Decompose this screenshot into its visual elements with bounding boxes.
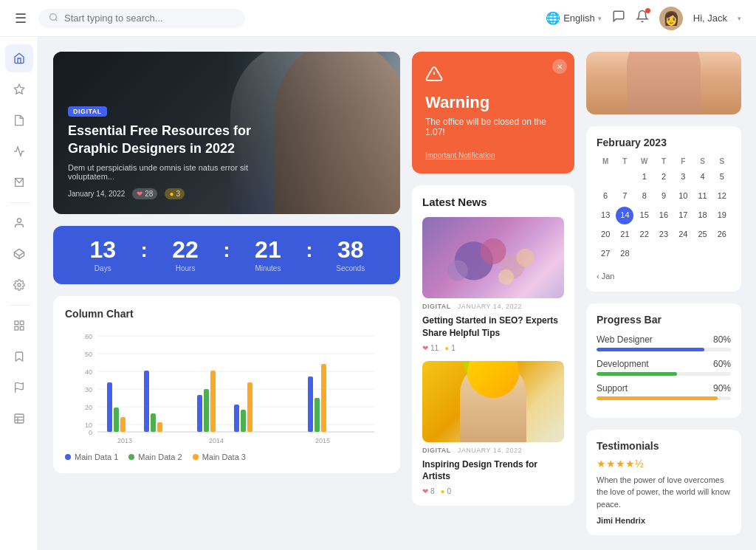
svg-rect-8 xyxy=(20,321,24,325)
sidebar-item-flag[interactable] xyxy=(5,374,33,402)
cal-day-10[interactable]: 10 xyxy=(674,188,692,205)
svg-rect-37 xyxy=(204,389,209,432)
cal-day-4[interactable]: 4 xyxy=(694,168,712,186)
cal-day-27[interactable]: 27 xyxy=(597,245,614,263)
sidebar-item-documents[interactable] xyxy=(5,106,33,134)
cal-day-8[interactable]: 8 xyxy=(636,188,653,205)
svg-point-3 xyxy=(17,219,21,222)
sidebar-item-home[interactable] xyxy=(5,44,33,72)
cal-day-3[interactable]: 3 xyxy=(674,168,692,186)
hero-tag: DIGITAL xyxy=(68,106,107,117)
cal-day-18[interactable]: 18 xyxy=(694,207,712,224)
cal-day-23[interactable]: 23 xyxy=(655,226,673,244)
cal-day-15[interactable]: 15 xyxy=(636,207,653,224)
cal-day-28[interactable]: 28 xyxy=(616,245,633,263)
cal-day-6[interactable]: 6 xyxy=(597,188,614,205)
cal-day-1[interactable]: 1 xyxy=(636,168,653,186)
user-greeting[interactable]: Hi, Jack xyxy=(693,13,727,24)
cal-day-empty-6 xyxy=(694,245,712,263)
svg-rect-33 xyxy=(144,371,149,432)
language-selector[interactable]: 🌐 English ▾ xyxy=(546,11,602,25)
sidebar-item-users[interactable] xyxy=(5,209,33,237)
svg-point-54 xyxy=(447,260,468,281)
latest-news-title: Latest News xyxy=(422,196,564,208)
countdown-card: 13 Days : 22 Hours : 21 Minutes : 38 Sec… xyxy=(53,226,400,284)
notifications-icon[interactable] xyxy=(636,10,649,27)
cal-day-22[interactable]: 22 xyxy=(636,226,653,244)
calendar-prev-button[interactable]: ‹ Jan xyxy=(597,272,614,281)
progress-development-label: Development xyxy=(597,359,649,369)
hero-coins: ● 3 xyxy=(165,188,185,199)
sidebar-item-grid[interactable] xyxy=(5,312,33,340)
sidebar-item-starred[interactable] xyxy=(5,75,33,103)
countdown-minutes: 21 Minutes xyxy=(233,238,303,272)
messages-icon[interactable] xyxy=(612,10,625,27)
progress-web-designer-row: Web Designer 80% xyxy=(597,334,731,345)
countdown-sep-3: : xyxy=(303,238,315,262)
cal-day-empty-7 xyxy=(713,245,731,263)
svg-point-0 xyxy=(50,13,57,20)
svg-rect-44 xyxy=(321,364,326,432)
testimonial-author: Jimi Hendrix xyxy=(597,516,731,525)
sidebar-item-bookmarks[interactable] xyxy=(5,343,33,371)
cal-header-M: M xyxy=(597,156,614,167)
cal-day-13[interactable]: 13 xyxy=(597,207,614,224)
cal-day-24[interactable]: 24 xyxy=(674,226,692,244)
warning-close-button[interactable]: ✕ xyxy=(552,59,567,74)
news-item-2[interactable]: DIGITAL January 14, 2022 Inspiring Desig… xyxy=(422,361,564,496)
news-item-1[interactable]: DIGITAL January 14, 2022 Getting Started… xyxy=(422,217,564,352)
svg-text:0: 0 xyxy=(89,429,92,436)
cal-day-26[interactable]: 26 xyxy=(713,226,731,244)
svg-rect-12 xyxy=(15,414,24,423)
sidebar-item-settings[interactable] xyxy=(5,271,33,299)
hero-description: Dem ut perspiciatis unde omnis iste natu… xyxy=(68,163,275,181)
cal-day-16[interactable]: 16 xyxy=(655,207,673,224)
hamburger-menu[interactable]: ☰ xyxy=(15,10,27,27)
hero-likes: ❤ 28 xyxy=(132,188,157,199)
search-icon xyxy=(49,13,58,24)
cal-day-25[interactable]: 25 xyxy=(694,226,712,244)
cal-day-7[interactable]: 7 xyxy=(616,188,633,205)
cal-day-9[interactable]: 9 xyxy=(655,188,673,205)
testimonial-card: Testimonials ★★★★½ When the power of lov… xyxy=(586,430,741,536)
testimonial-title: Testimonials xyxy=(597,440,731,452)
sidebar-item-tables[interactable] xyxy=(5,405,33,433)
hero-content: DIGITAL Essential Free Resources for Gra… xyxy=(68,105,400,199)
sidebar-item-analytics[interactable] xyxy=(5,137,33,165)
legend-item-1: Main Data 1 xyxy=(65,453,118,461)
cal-day-empty-3 xyxy=(636,245,653,263)
news-image-1 xyxy=(422,217,564,298)
cal-day-2[interactable]: 2 xyxy=(655,168,673,186)
cal-day-21[interactable]: 21 xyxy=(616,226,633,244)
testimonial-text: When the power of love overcomes the lov… xyxy=(597,474,731,511)
countdown-minutes-value: 21 xyxy=(233,238,303,261)
sidebar-item-mail[interactable] xyxy=(5,168,33,196)
sidebar-item-layers[interactable] xyxy=(5,240,33,268)
cal-day-20[interactable]: 20 xyxy=(597,226,614,244)
top-navigation: ☰ 🌐 English ▾ 👩 Hi, Jack ▾ xyxy=(0,0,756,37)
news-item-title-1: Getting Started in SEO? Experts Share He… xyxy=(422,314,564,340)
warning-link[interactable]: Important Notification xyxy=(425,151,495,159)
svg-point-6 xyxy=(18,283,21,286)
countdown-days-value: 13 xyxy=(68,238,138,261)
progress-development-row: Development 60% xyxy=(597,359,731,369)
svg-text:60: 60 xyxy=(85,333,92,340)
right-hero-image xyxy=(586,52,741,114)
countdown-seconds-value: 38 xyxy=(315,238,385,261)
svg-rect-41 xyxy=(247,382,252,432)
cal-day-5[interactable]: 5 xyxy=(713,168,731,186)
cal-day-14-today[interactable]: 14 xyxy=(616,207,633,224)
search-input[interactable] xyxy=(64,13,235,24)
lang-chevron-icon: ▾ xyxy=(598,15,602,22)
cal-day-17[interactable]: 17 xyxy=(674,207,692,224)
cal-day-12[interactable]: 12 xyxy=(713,188,731,205)
cal-day-11[interactable]: 11 xyxy=(694,188,712,205)
news-likes-2: ❤ 8 xyxy=(422,487,435,495)
avatar[interactable]: 👩 xyxy=(659,7,683,30)
cal-header-F: F xyxy=(674,156,692,167)
legend-dot-3 xyxy=(193,454,199,460)
cal-day-19[interactable]: 19 xyxy=(713,207,731,224)
svg-text:2015: 2015 xyxy=(315,437,330,444)
legend-label-1: Main Data 1 xyxy=(75,453,118,461)
cal-header-S2: S xyxy=(713,156,731,167)
